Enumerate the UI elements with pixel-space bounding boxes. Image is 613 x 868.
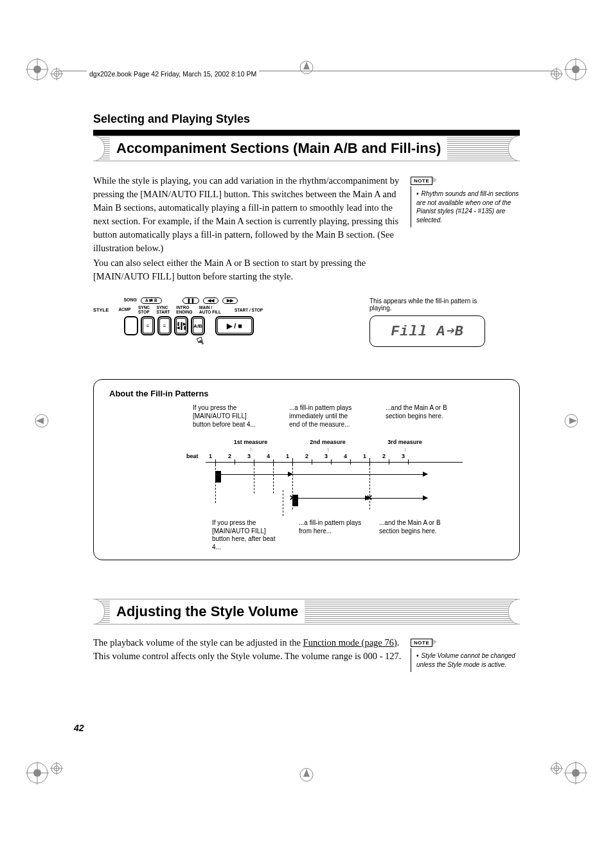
note-flag-icon-2 — [432, 638, 437, 646]
panel-btn-startstop: ▶ / ■ — [215, 316, 254, 335]
beat-1a: 1 — [201, 453, 220, 459]
svg-marker-33 — [303, 62, 310, 69]
reg-mark-left — [32, 411, 51, 430]
measure-3: 3rd measure — [366, 439, 443, 445]
panel-acmp-label: ACMP — [118, 308, 130, 312]
panel-syncstart-label: SYNC START — [154, 306, 173, 314]
panel-btn-ab-text: A/B — [193, 323, 202, 329]
panel-btn-syncstop: ≡ — [141, 316, 155, 335]
note-text: Rhythm sounds and fill-in sections are n… — [411, 186, 520, 227]
reg-mark-top — [297, 58, 316, 77]
note-label-2: NOTE — [411, 639, 432, 647]
panel-diagram: SONG A ⇄ B ❚❚ ◀◀ ▶▶ STYLE ACMP SYNC STOP… — [93, 297, 520, 347]
fillin-c1: If you press the [MAIN/AUTO FILL] button… — [193, 403, 263, 429]
function-mode-link[interactable]: Function mode (page 76) — [303, 637, 397, 648]
panel-ff-icon: ▶▶ — [222, 297, 238, 304]
lcd-display: Fill A➔B — [369, 315, 485, 347]
panel-btn-intro: ❚❚▶ ◀❚❚ — [174, 316, 188, 335]
beat-label: beat — [186, 453, 199, 459]
book-header: dgx202e.book Page 42 Friday, March 15, 2… — [87, 70, 259, 78]
panel-style-label: STYLE — [93, 307, 115, 313]
note-box-2: NOTE Style Volume cannot be changed unle… — [411, 636, 520, 672]
panel-startstop-label: START / STOP — [235, 308, 263, 312]
fillin-c2: ...a fill-in pattern plays immediately u… — [289, 403, 360, 429]
fillin-c3: ...and the Main A or B section begins he… — [386, 403, 456, 429]
measure-1: 1st measure — [212, 439, 289, 445]
heading2-text: Adjusting the Style Volume — [110, 599, 305, 624]
section-bar — [93, 130, 520, 136]
panel-ab-pill: A ⇄ B — [141, 297, 162, 304]
para1: While the style is playing, you can add … — [93, 174, 402, 255]
panel-pause-icon: ❚❚ — [182, 297, 199, 304]
svg-marker-39 — [569, 418, 577, 424]
beat-2c: 2 — [375, 453, 394, 459]
measure-2: 2nd measure — [289, 439, 366, 445]
panel-syncstop-label: SYNC STOP — [134, 306, 154, 314]
panel-intro-label: INTRO ENDING — [173, 306, 196, 314]
beat-4a: 4 — [259, 453, 278, 459]
beat-1b: 1 — [278, 453, 298, 459]
arrow-main1 — [292, 474, 427, 475]
hand-pointer-icon: ☟ — [195, 335, 206, 348]
fillin-b1: If you press the [MAIN/AUTO FILL] button… — [212, 519, 283, 551]
lcd-text: Fill A➔B — [391, 324, 464, 340]
panel-rew-icon: ◀◀ — [203, 297, 218, 304]
arrow-main2 — [369, 498, 427, 499]
crop-mark-tr — [549, 58, 587, 99]
note-text-2: Style Volume cannot be changed unless th… — [411, 648, 520, 672]
heading-text: Accompaniment Sections (Main A/B and Fil… — [110, 136, 447, 161]
note-box-1: NOTE Rhythm sounds and fill-in sections … — [411, 174, 520, 227]
para1b: You can also select either the Main A or… — [93, 256, 402, 283]
beat-2b: 2 — [298, 453, 317, 459]
page-number: 42 — [74, 723, 84, 733]
heading-accompaniment: Accompaniment Sections (Main A/B and Fil… — [93, 136, 520, 161]
beat-3c: 3 — [394, 453, 413, 459]
beat-2a: 2 — [220, 453, 240, 459]
beat-3a: 3 — [240, 453, 259, 459]
fillin-b2: ...a fill-in pattern plays from here... — [299, 519, 369, 535]
para2a: The playback volume of the style can be … — [93, 637, 303, 648]
fillin-title: About the Fill-in Patterns — [109, 389, 504, 398]
crop-mark-br — [549, 743, 587, 784]
beat-1c: 1 — [355, 453, 375, 459]
svg-marker-37 — [36, 418, 44, 424]
reg-mark-bottom — [297, 765, 316, 784]
arrow-fill1 — [215, 474, 292, 475]
panel-btn-acmp — [124, 316, 138, 335]
crop-mark-bl — [26, 743, 64, 784]
note-flag-icon — [432, 176, 437, 184]
panel-main-label: MAIN / AUTO FILL — [196, 306, 224, 314]
cross-mark-1: ✕ — [289, 493, 296, 502]
para2: The playback volume of the style can be … — [93, 636, 402, 663]
crop-mark-tl — [26, 58, 64, 99]
timeline-axis — [206, 462, 463, 463]
beat-3b: 3 — [317, 453, 336, 459]
beat-4b: 4 — [336, 453, 355, 459]
heading-volume: Adjusting the Style Volume — [93, 599, 520, 624]
cross-mark-2: ✕ — [366, 493, 373, 502]
lcd-caption: This appears while the fill-in pattern i… — [369, 297, 485, 312]
note-label: NOTE — [411, 177, 432, 185]
timeline-diagram: 1st measure 2nd measure 3rd measure beat… — [186, 439, 463, 548]
panel-btn-mainautofill: A/B ☟ — [191, 316, 205, 335]
arrow-fill2 — [292, 498, 369, 499]
panel-btn-syncstart: ≡ — [157, 316, 172, 335]
fillin-b3: ...and the Main A or B section begins he… — [379, 519, 450, 535]
panel-song-label: SONG — [119, 297, 137, 304]
reg-mark-right — [562, 411, 581, 430]
section-title: Selecting and Playing Styles — [93, 112, 520, 128]
fillin-box: About the Fill-in Patterns If you press … — [93, 379, 520, 560]
svg-marker-35 — [303, 769, 310, 777]
